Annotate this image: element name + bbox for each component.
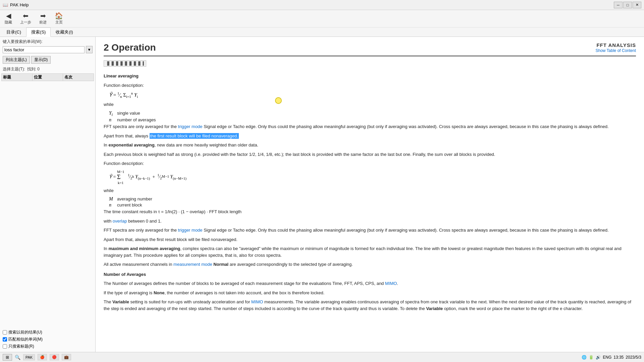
prev-results-checkbox[interactable]	[3, 330, 7, 335]
tab-favorites[interactable]: 收藏夹(I)	[51, 27, 78, 37]
home-label: 主页	[55, 20, 63, 25]
var-n-2: n	[109, 202, 114, 208]
home-icon: 🏠	[55, 12, 63, 19]
fft-badge-title: FFT ANALYSIS	[595, 42, 636, 48]
search-row: ▼	[0, 45, 95, 55]
forward-button[interactable]: ➡ 前进	[37, 11, 49, 26]
exponential-avg-para: In exponential averaging, new data are m…	[104, 142, 636, 148]
checkbox-title-only: 只搜索标题(R)	[3, 344, 93, 349]
content-header: 2 Operation FFT ANALYSIS Show Table of C…	[104, 42, 636, 53]
tab-search[interactable]: 搜索(S)	[26, 27, 51, 37]
search-dropdown-button[interactable]: ▼	[86, 46, 93, 53]
fft-spectra-para-2: FFT spectra are only averaged for the tr…	[104, 227, 636, 234]
toolbar: ◀ 隐藏 ⬅ 上一步 ➡ 前进 🏠 主页	[0, 10, 644, 27]
title-bar-left: 📖 PAK Help	[3, 2, 29, 7]
minimize-button[interactable]: ─	[614, 2, 623, 8]
action-row: 列出主题(L) 显示(D)	[0, 55, 95, 65]
col-rank: 名次	[63, 74, 94, 81]
display-button[interactable]: 显示(D)	[31, 56, 51, 64]
trigger-mode-link-2[interactable]: trigger mode	[178, 228, 203, 233]
col-title: 标题	[2, 74, 33, 81]
checkbox-match-similar: 匹配相似的单词(M)	[3, 337, 93, 342]
hide-label: 隐藏	[5, 20, 12, 25]
def-n-1: n number of averages	[109, 117, 636, 123]
results-table-container: 标题 位置 名次	[0, 73, 95, 81]
scrollbar-image-area: ▐▌▐▌▐▌▐▌▐▌▐▌▐▌▐▌▐	[104, 60, 636, 70]
content-divider	[104, 56, 636, 56]
clock-time: 13:35	[613, 355, 624, 360]
main-layout: 键入要搜索的单词(W): ▼ 列出主题(L) 显示(D) 选择主题(T): 找到…	[0, 37, 644, 352]
variable-para: The Variable setting is suited for run-u…	[104, 299, 636, 312]
linear-averaging-heading: Linear averaging	[104, 73, 636, 79]
sidebar-checkboxes: 搜索以前的结果(U) 匹配相似的单词(M) 只搜索标题(R)	[0, 327, 95, 352]
apart-from-para-1: Apart from that, always the first result…	[104, 133, 636, 139]
match-similar-checkbox[interactable]	[3, 337, 7, 342]
title-only-label: 只搜索标题(R)	[8, 344, 34, 349]
normal-bold: Normal	[213, 262, 228, 267]
none-bold: None	[154, 290, 165, 295]
while-text-1: while	[104, 101, 636, 108]
mimo-link-1[interactable]: MIMO	[385, 281, 397, 286]
search-taskbar-icon[interactable]: 🔍	[15, 355, 20, 360]
tab-toc[interactable]: 目录(C)	[1, 27, 26, 37]
network-icon: 🌐	[582, 355, 587, 360]
forward-icon: ➡	[40, 12, 46, 19]
number-of-averages-heading: Number of Averages	[104, 271, 636, 278]
back-icon: ⬅	[23, 12, 29, 19]
formula-linear-text: Ȳ = 1⁄n Σi=1n Yi	[109, 92, 138, 98]
battery-icon: 🔋	[589, 355, 594, 360]
results-table: 标题 位置 名次	[1, 73, 94, 81]
formula-linear-avg: Ȳ = 1⁄n Σi=1n Yi	[109, 91, 636, 99]
def-m: M averaging number	[109, 196, 636, 202]
close-button[interactable]: ✕	[633, 2, 641, 8]
exponential-bold: exponential averaging	[108, 142, 154, 147]
select-topic-label: 选择主题(T):	[3, 66, 25, 72]
page-title: 2 Operation	[104, 42, 156, 53]
max-min-avg-para: In maximum and minimum averaging, comple…	[104, 245, 636, 258]
fft-spectra-para-1: FFT spectra are only averaged for the tr…	[104, 123, 636, 130]
pak-taskbar-btn[interactable]: PAK	[23, 354, 35, 360]
var-m: M	[109, 196, 114, 202]
content-area[interactable]: 2 Operation FFT ANALYSIS Show Table of C…	[96, 37, 644, 352]
mimo-link-2[interactable]: MIMO	[251, 299, 263, 304]
measurement-mode-link[interactable]: measurement mode	[173, 262, 212, 267]
pak4-taskbar-btn[interactable]: 💼	[62, 354, 71, 360]
all-active-para: All active measurement channels in measu…	[104, 261, 636, 268]
prev-results-label: 搜索以前的结果(U)	[8, 329, 42, 335]
search-label: 键入要搜索的单词(W):	[0, 37, 95, 45]
start-button[interactable]: ⊞	[3, 354, 12, 361]
trigger-mode-link-1[interactable]: trigger mode	[178, 124, 203, 129]
fft-badge: FFT ANALYSIS Show Table of Content	[595, 42, 636, 53]
checkbox-prev-results: 搜索以前的结果(U)	[3, 329, 93, 335]
show-table-link[interactable]: Show Table of Content	[595, 48, 636, 53]
desc-n-1: number of averages	[117, 117, 156, 122]
search-input[interactable]	[3, 46, 85, 53]
sidebar: 键入要搜索的单词(W): ▼ 列出主题(L) 显示(D) 选择主题(T): 找到…	[0, 37, 96, 352]
title-only-checkbox[interactable]	[3, 344, 7, 349]
formula-exp-avg: Ȳ = M−1 Σ k=1 1⁄2k Y(n−k−1) + 1⁄2M−1 Y(n…	[109, 170, 636, 185]
maximize-button[interactable]: □	[623, 2, 632, 8]
function-desc-label-2: Function description:	[104, 160, 636, 167]
home-button[interactable]: 🏠 主页	[53, 11, 65, 26]
sound-icon: 🔊	[596, 355, 601, 360]
apart-from-para-2: Apart from that, always the first result…	[104, 236, 636, 243]
linear-avg-label: Linear averaging	[104, 73, 139, 78]
title-bar-controls: ─ □ ✕	[614, 2, 641, 8]
with-overlap-para: with overlap between 0 and 1.	[104, 218, 636, 225]
taskbar-right: 🌐 🔋 🔊 ENG 13:35 2023/5/3	[582, 355, 641, 360]
pak3-taskbar-btn[interactable]: 🔴	[50, 354, 59, 360]
var-yi: Yi	[109, 111, 114, 117]
pak2-taskbar-btn[interactable]: 🍎	[38, 354, 47, 360]
desc-yi: single value	[117, 111, 140, 116]
found-count: 找到: 0	[27, 66, 40, 72]
forward-label: 前进	[39, 20, 47, 25]
overlap-link[interactable]: overlap	[113, 219, 127, 224]
back-button[interactable]: ⬅ 上一步	[18, 11, 33, 26]
list-topics-button[interactable]: 列出主题(L)	[3, 56, 30, 64]
taskbar-left: ⊞ 🔍 PAK 🍎 🔴 💼	[3, 354, 71, 361]
number-averages-para-2: If the type of averaging is None, the nu…	[104, 290, 636, 296]
def-n-2: n current block	[109, 202, 636, 208]
desc-m: averaging number	[117, 196, 152, 201]
time-constant-para: The time constant results in τ = 1/ln(2)…	[104, 208, 636, 215]
hide-button[interactable]: ◀ 隐藏	[3, 11, 14, 26]
